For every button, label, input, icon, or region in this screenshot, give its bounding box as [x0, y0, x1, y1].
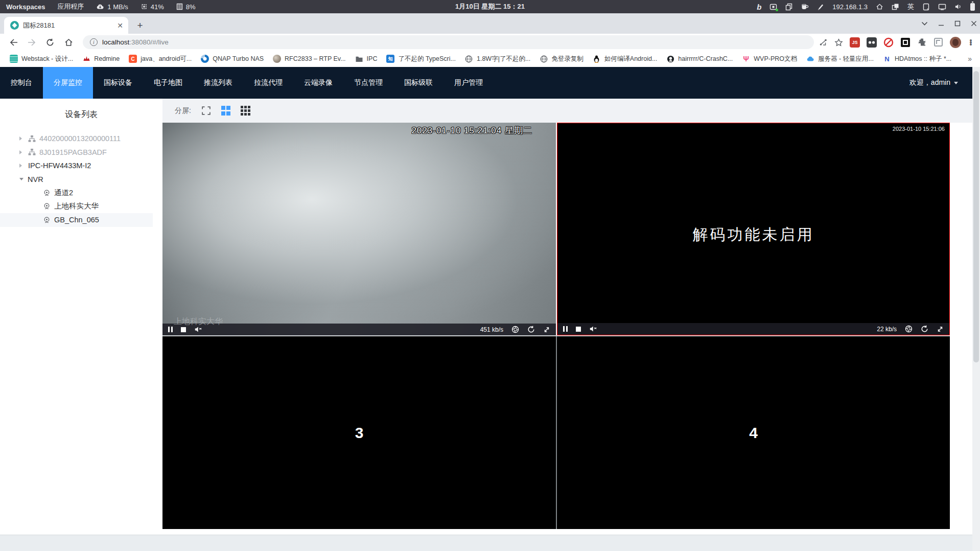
expand-icon[interactable]	[543, 326, 550, 333]
screenshot-tray-icon[interactable]	[769, 3, 777, 11]
bookmark-item[interactable]: 免登录复制	[535, 53, 588, 65]
window-minimize-button[interactable]	[938, 20, 944, 27]
nav-item-gb-devices[interactable]: 国标设备	[93, 67, 143, 99]
extension-darkreader-icon[interactable]	[900, 37, 911, 48]
nav-item-console[interactable]: 控制台	[0, 67, 43, 99]
bookmark-item[interactable]: 1.8W字|了不起的...	[460, 53, 535, 65]
stop-icon[interactable]	[576, 327, 581, 332]
bookmark-item[interactable]: QNAP Turbo NAS	[196, 53, 268, 65]
expand-icon[interactable]	[937, 326, 944, 333]
nav-item-push-list[interactable]: 推流列表	[193, 67, 243, 99]
input-language-indicator[interactable]: 英	[907, 2, 914, 11]
browser-menu-icon[interactable]: •••	[968, 39, 974, 45]
snapshot-shutter-icon[interactable]	[905, 325, 913, 333]
home-button[interactable]	[62, 36, 75, 49]
site-info-icon[interactable]: i	[90, 38, 98, 46]
tablet-tray-icon[interactable]	[922, 3, 930, 11]
fullscreen-icon[interactable]	[201, 106, 211, 116]
workspaces-button[interactable]: Workspaces	[6, 3, 45, 11]
browser-menu-chevron-icon[interactable]	[921, 21, 928, 26]
pause-icon[interactable]	[168, 327, 173, 332]
browser-tab[interactable]: 国标28181 ✕	[4, 17, 128, 34]
display-tray-icon[interactable]	[938, 4, 946, 10]
bookmark-item[interactable]: 知了不起的 TypeScri...	[382, 53, 460, 65]
ip-address-indicator[interactable]: 192.168.1.3	[832, 3, 868, 11]
tree-node-platform[interactable]: 44020000013200000111	[0, 132, 153, 146]
clipboard-tray-icon[interactable]	[785, 3, 792, 11]
windows-tray-icon[interactable]	[892, 3, 899, 10]
forward-button[interactable]	[25, 36, 38, 49]
pause-icon[interactable]	[563, 326, 568, 332]
extension-js-icon[interactable]: JS	[850, 37, 860, 48]
nav-item-cloud-record[interactable]: 云端录像	[293, 67, 343, 99]
tree-node-device-expanded[interactable]: NVR	[0, 173, 153, 187]
bookmark-item[interactable]: IPC	[351, 53, 382, 65]
profile-avatar[interactable]	[950, 37, 961, 48]
zhihu-icon: 知	[386, 55, 394, 63]
video-cell-1[interactable]: 2023-01-10 15:21:04 星期二 上地科实大华 451 kb/s	[162, 123, 556, 335]
nav-item-gb-cascade[interactable]: 国标级联	[393, 67, 444, 99]
page-scrollbar[interactable]	[972, 67, 980, 551]
caret-right-icon[interactable]	[19, 136, 24, 141]
extensions-puzzle-icon[interactable]	[917, 37, 927, 47]
nav-item-map[interactable]: 电子地图	[143, 67, 193, 99]
video-cell-2-selected[interactable]: 2023-01-10 15:21:06 解码功能未启用 22 kb/s	[557, 123, 950, 335]
extension-mask-icon[interactable]	[867, 37, 877, 48]
applications-menu[interactable]: 应用程序	[57, 2, 84, 11]
volume-tray-icon[interactable]	[954, 4, 962, 10]
penguin-icon	[593, 55, 601, 63]
refresh-icon[interactable]	[527, 326, 535, 333]
clock[interactable]: 1月10日 星期二 15：21	[455, 2, 525, 11]
pen-tray-icon[interactable]	[817, 3, 824, 10]
extension-blocker-icon[interactable]	[883, 37, 894, 48]
refresh-icon[interactable]	[921, 325, 928, 333]
mute-icon[interactable]	[589, 326, 597, 332]
video-cell-3[interactable]: 3	[162, 336, 556, 529]
caret-right-icon[interactable]	[19, 164, 24, 168]
user-menu[interactable]: 欢迎，admin	[909, 67, 972, 99]
window-maximize-button[interactable]	[954, 20, 961, 27]
reload-button[interactable]	[43, 36, 57, 49]
bookmark-item[interactable]: hairrrrr/C-CrashC...	[662, 53, 737, 65]
bookmark-star-icon[interactable]	[834, 38, 843, 47]
nav-item-node-mgmt[interactable]: 节点管理	[343, 67, 393, 99]
battery-icon[interactable]	[970, 3, 975, 11]
snapshot-shutter-icon[interactable]	[511, 326, 519, 333]
back-button[interactable]	[7, 36, 20, 49]
extension-box-icon[interactable]	[934, 37, 943, 47]
split-2x2-icon[interactable]	[221, 106, 231, 116]
bookmark-item[interactable]: 服务器 - 轻量应用...	[802, 53, 878, 65]
share-icon[interactable]	[819, 38, 828, 47]
nav-item-split-monitor[interactable]: 分屏监控	[43, 67, 93, 99]
video-cell-4[interactable]: 4	[557, 336, 950, 529]
address-bar[interactable]: i localhost:38080/#/live	[83, 35, 814, 49]
bookmark-item[interactable]: Redmine	[78, 53, 124, 65]
scrollbar-thumb[interactable]	[973, 71, 979, 362]
tree-node-channel-selected[interactable]: GB_Chn_065	[0, 213, 153, 227]
bookmark-item[interactable]: NHDAtmos :: 种子 *...	[878, 53, 956, 65]
bookmark-item[interactable]: ΨWVP-PRO文档	[737, 53, 802, 65]
coffee-tray-icon[interactable]	[801, 3, 809, 10]
tab-close-icon[interactable]: ✕	[116, 21, 124, 30]
bookmark-item[interactable]: 如何编译Android...	[588, 53, 662, 65]
tree-node-platform[interactable]: 8J01915PAGB3ADF	[0, 146, 153, 159]
new-tab-button[interactable]: +	[134, 19, 146, 32]
nav-item-user-mgmt[interactable]: 用户管理	[444, 67, 494, 99]
home-tray-icon[interactable]	[876, 3, 883, 10]
bookmark-item[interactable]: Cjava、android可...	[124, 53, 196, 65]
bing-tray-icon[interactable]: b	[757, 3, 761, 11]
url-text[interactable]: localhost:38080/#/live	[102, 38, 169, 46]
nav-item-pull-proxy[interactable]: 拉流代理	[243, 67, 293, 99]
bookmarks-overflow-button[interactable]: »	[968, 55, 980, 63]
caret-right-icon[interactable]	[19, 150, 24, 154]
tree-node-channel[interactable]: 通道2	[0, 186, 153, 200]
window-close-button[interactable]	[971, 20, 977, 27]
tree-node-device[interactable]: IPC-HFW4433M-I2	[0, 159, 153, 173]
stop-icon[interactable]	[181, 327, 186, 332]
bookmark-item[interactable]: RFC2833 – RTP Ev...	[268, 53, 351, 65]
browser-toolbar: i localhost:38080/#/live JS	[0, 34, 980, 51]
split-3x3-icon[interactable]	[241, 106, 250, 116]
caret-down-icon[interactable]	[19, 178, 24, 182]
bookmark-item[interactable]: Webstack - 设计...	[5, 53, 78, 65]
tree-node-channel[interactable]: 上地科实大华	[0, 200, 153, 214]
